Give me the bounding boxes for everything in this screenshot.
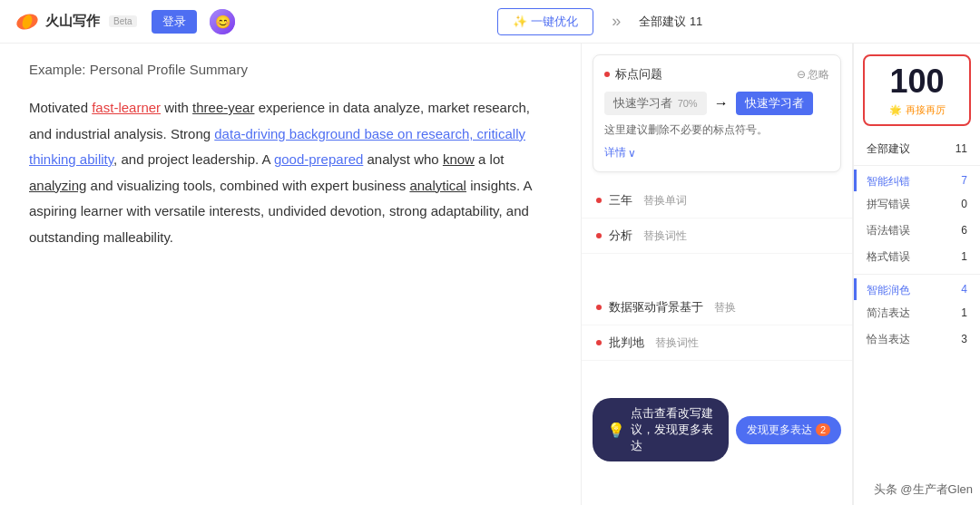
- dot-red-5: [596, 340, 602, 345]
- login-button[interactable]: 登录: [152, 10, 197, 34]
- more-button[interactable]: »: [608, 12, 624, 31]
- dot-red: [604, 72, 610, 77]
- header-center: ✨ 一键优化 » 全部建议 11: [235, 8, 965, 35]
- logo-area: 火山写作 Beta 登录 😊: [15, 9, 235, 34]
- word-compare: 快速学习者 70% → 快速学习者: [604, 92, 829, 115]
- word-suggested[interactable]: 快速学习者: [736, 92, 813, 115]
- suggestion-card: 标点问题 ⊖ 忽略 快速学习者 70% → 快速学习者 这里建议删除不必要的标点…: [593, 54, 841, 172]
- right-smart-tone[interactable]: 智能润色 4: [854, 278, 980, 300]
- score-number: 100: [874, 63, 960, 100]
- beta-badge: Beta: [109, 15, 137, 27]
- tooltip-icon: 💡: [607, 422, 625, 439]
- item-action-2[interactable]: 替换词性: [643, 228, 687, 244]
- suggestion-item-4: 批判地 替换词性: [582, 325, 852, 361]
- bottom-tooltip: 💡 点击查看改写建议，发现更多表达 发现更多表达 2: [593, 398, 841, 461]
- logo-icon: [15, 9, 40, 34]
- watermark: 头条 @生产者Glen: [874, 481, 973, 498]
- avatar[interactable]: 😊: [210, 9, 235, 34]
- dot-red-4: [596, 305, 602, 310]
- card-type: 标点问题: [604, 66, 662, 83]
- item-action-3[interactable]: 替换: [714, 300, 736, 316]
- right-panel: 100 🌟 再接再厉 全部建议 11 智能纠错 7 拼写错误 0 语法错误 6 …: [853, 44, 980, 505]
- card-dismiss[interactable]: ⊖ 忽略: [797, 67, 829, 83]
- score-emoji: 🌟: [889, 104, 902, 116]
- svg-text:😊: 😊: [214, 15, 230, 30]
- suggestion-item-3: 数据驱动背景基于 替换: [582, 290, 852, 325]
- right-proper[interactable]: 恰当表达 3: [854, 326, 980, 353]
- divider-2: [854, 274, 980, 275]
- main-layout: Example: Personal Profile Summary Motiva…: [0, 44, 980, 505]
- logo-text: 火山写作: [45, 13, 100, 30]
- suggestions-label: 全部建议 11: [639, 14, 702, 30]
- discover-button[interactable]: 发现更多表达 2: [736, 416, 841, 444]
- highlight-analyzing: analyzing: [29, 178, 86, 193]
- tooltip-bubble: 💡 点击查看改写建议，发现更多表达: [593, 398, 729, 461]
- item-label-3: 数据驱动背景基于: [609, 299, 703, 316]
- item-action-4[interactable]: 替换词性: [655, 335, 699, 351]
- header: 火山写作 Beta 登录 😊 ✨ 一键优化 » 全部建议 11: [0, 0, 980, 44]
- dot-red-2: [596, 198, 602, 203]
- doc-title: Example: Personal Profile Summary: [29, 62, 552, 77]
- dot-red-3: [596, 233, 602, 238]
- right-smart-correct[interactable]: 智能纠错 7: [854, 170, 980, 191]
- item-label-4: 批判地: [609, 335, 644, 351]
- highlight-three-year: three-year: [192, 100, 254, 115]
- card-desc: 这里建议删除不必要的标点符号。: [604, 122, 829, 138]
- word-original: 快速学习者 70%: [604, 92, 707, 115]
- right-all-suggestions[interactable]: 全部建议 11: [854, 137, 980, 161]
- item-label-1: 三年: [609, 192, 632, 209]
- optimize-icon: ✨: [513, 15, 527, 28]
- chevron-down-icon: ∨: [628, 147, 636, 160]
- arrow-icon: →: [714, 95, 729, 112]
- card-header: 标点问题 ⊖ 忽略: [604, 66, 829, 83]
- score-sub: 🌟 再接再厉: [874, 103, 960, 117]
- suggestion-item-2: 分析 替换词性: [582, 219, 852, 254]
- divider-1: [854, 165, 980, 166]
- score-box: 100 🌟 再接再厉: [863, 54, 971, 126]
- highlight-good-prepared: good-prepared: [274, 151, 363, 167]
- right-concise[interactable]: 简洁表达 1: [854, 300, 980, 326]
- editor-area[interactable]: Example: Personal Profile Summary Motiva…: [0, 44, 581, 505]
- discover-badge: 2: [816, 423, 830, 436]
- highlight-analytical: analytical: [409, 178, 466, 193]
- item-label-2: 分析: [609, 228, 632, 244]
- right-format[interactable]: 格式错误 1: [854, 244, 980, 270]
- item-action-1[interactable]: 替换单词: [643, 193, 687, 209]
- card-detail[interactable]: 详情 ∨: [604, 145, 829, 160]
- middle-panel: 标点问题 ⊖ 忽略 快速学习者 70% → 快速学习者 这里建议删除不必要的标点…: [581, 44, 853, 505]
- doc-content: Motivated fast-learner with three-year e…: [29, 95, 552, 250]
- dismiss-icon: ⊖: [797, 68, 806, 81]
- highlight-fast-learner: fast-learner: [92, 100, 161, 115]
- right-grammar[interactable]: 语法错误 6: [854, 218, 980, 244]
- right-spelling[interactable]: 拼写错误 0: [854, 191, 980, 218]
- suggestion-item-1: 三年 替换单词: [582, 183, 852, 219]
- optimize-button[interactable]: ✨ 一键优化: [497, 8, 593, 35]
- highlight-know: know: [443, 151, 475, 167]
